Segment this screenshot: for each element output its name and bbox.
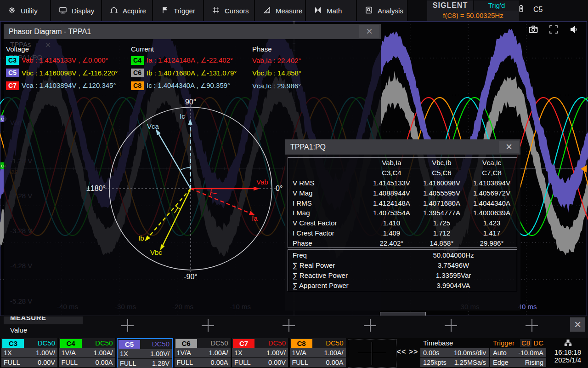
trigger-title: Trigger xyxy=(493,339,514,347)
channel-scale: 1.00A/ xyxy=(94,349,113,356)
pq-dialog-titlebar[interactable]: TPPA1:PQ × xyxy=(285,139,520,155)
add-measurement-slot[interactable] xyxy=(283,319,295,332)
plus-icon xyxy=(288,319,289,332)
add-measurement-slot[interactable] xyxy=(202,319,214,332)
channel-probe: 1V/A xyxy=(177,349,191,356)
channel-coupling: DC50 xyxy=(312,339,346,347)
menu-display[interactable]: Display xyxy=(51,0,102,21)
acquire-icon xyxy=(110,6,118,16)
add-measurement-slot[interactable] xyxy=(364,319,376,332)
trigger-slope: Rising xyxy=(525,359,543,366)
channel-box-c8[interactable]: C8 DC50 1V/A1.00A/ FULL0.00A xyxy=(290,338,346,368)
display-toolbar xyxy=(527,24,580,35)
pq-header-row: Vab,IaVbc,IbVca,Ic xyxy=(288,158,517,168)
pq-table-row: I Crest Factor1.4091.7121.417 xyxy=(288,228,517,238)
trigger-status: Trig'd xyxy=(473,0,519,11)
channel-box-c4[interactable]: C4 DC50 1V/A1.00A/ FULL0.00A xyxy=(59,338,115,368)
channel-coupling: DC50 xyxy=(140,340,172,348)
channel-offset: 0.00V xyxy=(268,359,286,366)
channel-box-c6[interactable]: C6 DC50 1V/A1.00A/ FULL0.00A xyxy=(175,338,231,368)
trigger-type: Edge xyxy=(493,359,509,366)
menu-label: Utility xyxy=(21,7,38,15)
menu-label: Display xyxy=(72,7,94,15)
channel-scale: 1.00A/ xyxy=(324,349,344,356)
add-measurement-slot[interactable] xyxy=(121,319,134,332)
channel-bandwidth: FULL xyxy=(4,359,20,366)
timebase-rate: 1.25MSa/s xyxy=(454,359,486,366)
menu-label: Analysis xyxy=(378,7,403,15)
channel-offset: 0.00A xyxy=(96,359,113,366)
menu-label: Measure xyxy=(276,7,302,15)
clock-date: 2025/1/4 xyxy=(548,356,588,364)
fullscreen-icon[interactable] xyxy=(548,24,560,35)
pq-close-button[interactable]: × xyxy=(499,141,519,153)
channel-scale: 1.00V/ xyxy=(36,349,55,356)
pq-summary: Freq50.004000Hz∑ Real Power3.75496W∑ Rea… xyxy=(288,249,517,291)
trigger-box[interactable]: Trigger C8 DC Auto-10.0mA EdgeRising xyxy=(490,338,546,368)
svg-text:Vbc: Vbc xyxy=(150,248,162,256)
trigger-source: C8 xyxy=(520,339,531,347)
channel-scale: 1.00A/ xyxy=(209,349,228,356)
channel-box-c5[interactable]: C5 DC50 1X1.00V/ FULL1.28V xyxy=(117,338,173,368)
channel-offset: 0.00V xyxy=(38,359,55,366)
timebase-delay: 0.00s xyxy=(423,349,439,356)
channel-box-c3[interactable]: C3 DC50 1X1.00V/ FULL0.00V xyxy=(1,338,57,368)
camera-icon[interactable] xyxy=(527,24,539,35)
menu-label: Trigger xyxy=(174,7,195,15)
add-measurement-slot[interactable] xyxy=(526,319,538,332)
menu-utility[interactable]: Utility xyxy=(0,0,51,21)
menu-math[interactable]: Math xyxy=(306,0,357,21)
channel-badge: C3 xyxy=(2,339,24,348)
channel-badge: C5 xyxy=(119,340,140,349)
channel-badge: C7 xyxy=(233,339,254,348)
oscilloscope-screen: UtilityDisplayAcquireTriggerCursorsMeasu… xyxy=(0,0,588,368)
menu-measure[interactable]: Measure xyxy=(255,0,306,21)
channel-coupling: DC50 xyxy=(254,339,288,347)
menu-trigger[interactable]: Trigger xyxy=(153,0,204,21)
pq-table-row: Phase22.402°14.858°29.986° xyxy=(288,238,517,248)
empty-channel-slot[interactable] xyxy=(348,339,396,368)
add-measurement-slot[interactable] xyxy=(445,319,457,332)
measure-panel: MEASURE Value × xyxy=(0,316,588,339)
measure-close-button[interactable]: × xyxy=(570,317,585,332)
speaker-icon[interactable] xyxy=(568,24,580,35)
network-icon[interactable] xyxy=(548,338,588,348)
status-block: SIGLENT Trig'd f(C8) = 50.00325Hz xyxy=(427,0,519,21)
channel-bandwidth: FULL xyxy=(62,359,78,366)
channel-box-c7[interactable]: C7 DC50 1X1.00V/ FULL0.00V xyxy=(232,338,288,368)
timebase-box[interactable]: Timebase 0.00s10.0ms/div 125kpts1.25MSa/… xyxy=(420,338,489,368)
battery-icon xyxy=(517,5,525,14)
menu-acquire[interactable]: Acquire xyxy=(102,0,153,21)
menu-analysis[interactable]: Analysis xyxy=(357,0,408,21)
display-icon xyxy=(59,6,67,16)
timebase-points: 125kpts xyxy=(423,359,447,366)
pq-table-row: V RMS1.4145133V1.4160098V1.4103894V xyxy=(288,178,517,188)
channel-coupling: DC50 xyxy=(82,339,115,347)
svg-text:-90°: -90° xyxy=(184,273,198,281)
menu-cursors[interactable]: Cursors xyxy=(204,0,255,21)
history-page-buttons[interactable]: << >> xyxy=(396,348,419,356)
pq-table: Vab,IaVbc,IbVca,IcC3,C4C5,C6C7,C8V RMS1.… xyxy=(288,157,517,248)
svg-text:Vab: Vab xyxy=(256,178,268,186)
channel-coupling: DC50 xyxy=(24,339,57,347)
svg-text:Ia: Ia xyxy=(252,214,258,222)
channel-probe: 1X xyxy=(4,349,12,356)
bottom-status-strip: C3 DC50 1X1.00V/ FULL0.00V C4 DC50 1V/A1… xyxy=(0,338,588,368)
analysis-icon xyxy=(365,6,373,16)
pq-table-row: V Mag1.4088944V1.4055595V1.4056972V xyxy=(288,188,517,198)
pq-summary-row: ∑ Reactive Power1.33595Var xyxy=(288,270,517,280)
active-channel-indicator[interactable]: C5 xyxy=(517,5,543,14)
channel-bandwidth: FULL xyxy=(120,360,136,367)
pq-summary-row: Freq50.004000Hz xyxy=(288,250,517,260)
trigger-mode: Auto xyxy=(493,349,507,356)
clock-time: 16:18:18 xyxy=(548,348,588,356)
plus-icon xyxy=(531,319,532,332)
math-icon xyxy=(314,6,322,16)
pq-table-row: V Crest Factor1.4101.7251.423 xyxy=(288,218,517,228)
channel-probe: 1X xyxy=(234,349,243,356)
svg-text:Vca: Vca xyxy=(147,122,159,130)
menu-label: Cursors xyxy=(225,7,249,15)
timebase-title: Timebase xyxy=(423,339,453,347)
plus-icon xyxy=(370,319,371,332)
frequency-counter: f(C8) = 50.00325Hz xyxy=(427,11,519,21)
